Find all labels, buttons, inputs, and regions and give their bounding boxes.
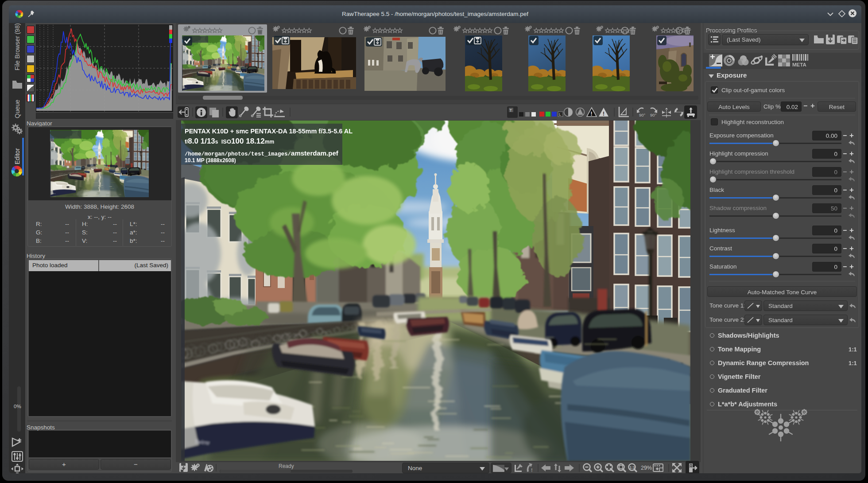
svg-text:!: ! [591, 111, 593, 117]
svg-text:META: META [792, 62, 806, 67]
svg-text:29%: 29% [641, 465, 652, 471]
svg-text:90°: 90° [650, 113, 657, 117]
svg-text:L: L [559, 112, 561, 117]
svg-text:Ready: Ready [279, 463, 294, 469]
svg-text:!: ! [603, 111, 604, 117]
svg-text:T: T [510, 108, 512, 113]
svg-text:90°: 90° [639, 113, 646, 117]
svg-text:1:1: 1:1 [630, 465, 636, 470]
svg-text:!: ! [531, 467, 533, 473]
